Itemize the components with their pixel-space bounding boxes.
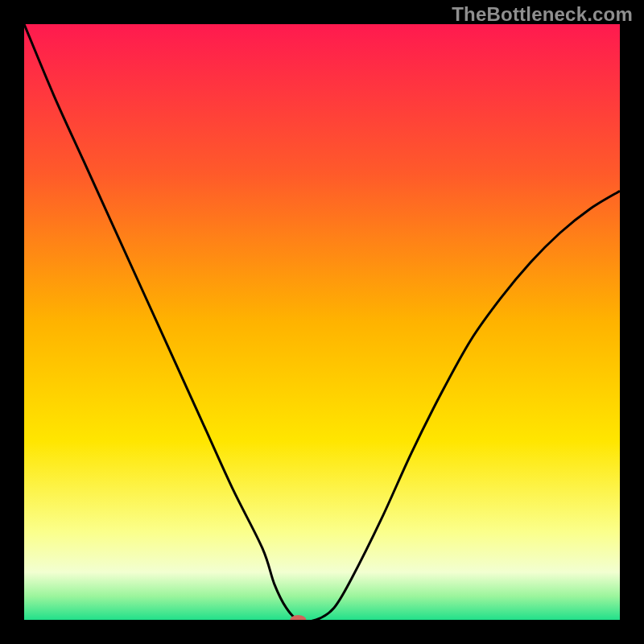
gradient-background	[24, 24, 620, 620]
bottleneck-chart	[24, 24, 620, 620]
watermark-text: TheBottleneck.com	[452, 3, 633, 26]
chart-frame: TheBottleneck.com	[0, 0, 644, 644]
